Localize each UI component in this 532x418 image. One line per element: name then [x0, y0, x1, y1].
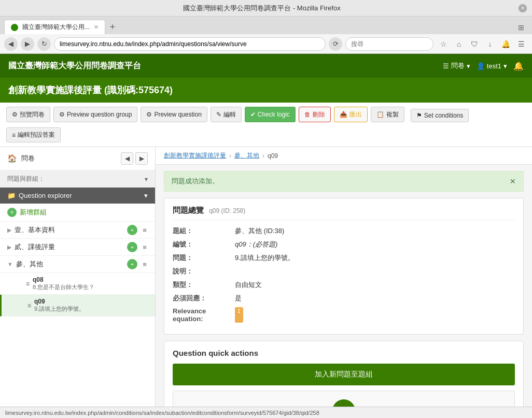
preview-survey-button[interactable]: ⚙ 預覽問卷: [6, 107, 50, 122]
breadcrumb-survey[interactable]: 創新教學實施課後評量: [164, 151, 226, 160]
q09-list-icon: ≡: [27, 302, 31, 309]
flag-icon: ⚑: [416, 112, 422, 119]
edit-defaults-button[interactable]: ≡ 編輯預設答案: [6, 127, 61, 142]
new-tab-button[interactable]: +: [105, 20, 120, 34]
question-overview: 問題總覽 q09 (ID: 258) 題組： 參、其他 (ID:38) 編號： …: [164, 198, 524, 335]
group-row-1[interactable]: ▶ 壹、基本資料 + ≡: [0, 222, 155, 239]
breadcrumb-group[interactable]: 參、其他: [234, 151, 259, 160]
window-menu-icon[interactable]: ⊞: [514, 21, 528, 34]
tab-favicon: [11, 24, 18, 31]
group1-list-icon[interactable]: ≡: [139, 225, 150, 235]
add-question-to-g2[interactable]: +: [127, 242, 137, 252]
overview-required-row: 必須回應： 是: [173, 294, 515, 303]
survey-title-bar: 創新教學實施課後評量 (識別碼:575674): [0, 78, 532, 103]
group-collapse-icon: ▶: [7, 227, 11, 234]
tab-close-icon[interactable]: ✕: [94, 24, 99, 31]
home-icon[interactable]: ⌂: [452, 37, 466, 51]
add-question-to-g3[interactable]: +: [127, 259, 137, 269]
next-arrow[interactable]: ▶: [135, 152, 148, 165]
delete-button[interactable]: 🗑 刪除: [299, 107, 331, 122]
notifications-icon[interactable]: 🔔: [499, 37, 512, 51]
address-bar: ◀ ▶ ↻ ⟳ ☆ ⌂ 🛡 ↓ 🔔 ☰: [0, 34, 532, 54]
browser-titlebar: 國立臺灣師範大學公用問卷調查平台 - Mozilla Firefox ✕: [0, 0, 532, 17]
refresh-button[interactable]: ↻: [37, 37, 51, 51]
export-button[interactable]: 📤 匯出: [334, 107, 368, 122]
export-icon: 📤: [340, 111, 347, 118]
list-icon: ≡: [12, 132, 16, 139]
trash-icon: 🗑: [304, 111, 311, 118]
gear-icon3: ⚙: [146, 111, 152, 118]
add-question-button[interactable]: 加入新問題至題組: [173, 364, 515, 385]
reload-button[interactable]: ⟳: [329, 37, 342, 51]
overview-code-row: 編號： q09：(必答題): [173, 240, 515, 249]
pencil-icon: ✎: [216, 111, 221, 118]
download-icon[interactable]: ↓: [483, 37, 497, 51]
success-alert: 問題成功添加。 ✕: [164, 171, 524, 192]
questions-groups-section: 問題與群組： ▾: [0, 170, 155, 188]
home-nav-icon: 🏠: [7, 154, 17, 163]
quick-actions-title: Question quick actions: [173, 349, 515, 357]
group-row-3[interactable]: ▼ 參、其他 + ≡: [0, 256, 155, 273]
q08-list-icon: ≡: [26, 280, 30, 287]
preview-group-button[interactable]: ⚙ Preview question group: [53, 107, 137, 122]
copy-icon: 📋: [376, 111, 384, 118]
breadcrumb-sep1: ›: [229, 152, 231, 160]
overview-group-row: 題組： 參、其他 (ID:38): [173, 226, 515, 236]
breadcrumb-sep2: ›: [262, 152, 264, 160]
user-menu[interactable]: 👤 test1 ▾: [477, 62, 507, 70]
browser-title: 國立臺灣師範大學公用問卷調查平台 - Mozilla Firefox: [5, 4, 519, 13]
check-icon: ✔: [250, 111, 256, 118]
check-logic-button[interactable]: ✔ Check logic: [245, 107, 296, 122]
shield-icon[interactable]: 🛡: [468, 37, 481, 51]
search-input[interactable]: [345, 37, 433, 51]
sidebar: 🏠 問卷 ◀ ▶ 問題與群組： ▾ 📁 Question explorer ▾ …: [0, 147, 156, 418]
sidebar-home[interactable]: 🏠 問卷 ◀ ▶: [0, 147, 155, 170]
breadcrumb: 創新教學實施課後評量 › 參、其他 › q09: [156, 147, 532, 165]
forward-button[interactable]: ▶: [21, 37, 34, 51]
explorer-caret: ▾: [144, 192, 148, 199]
question-explorer[interactable]: 📁 Question explorer ▾: [0, 188, 155, 204]
notification-bell[interactable]: 🔔: [513, 61, 524, 71]
header-right: ☰ 問卷 ▾ 👤 test1 ▾ 🔔: [443, 61, 524, 71]
close-button[interactable]: ✕: [519, 4, 527, 12]
add-group-row[interactable]: + 新增群組: [0, 204, 155, 222]
bookmark-icon[interactable]: ☆: [437, 37, 450, 51]
edit-button[interactable]: ✎ 編輯: [211, 107, 242, 122]
gear-icon: ⚙: [12, 111, 18, 118]
copy-button[interactable]: 📋 複製: [371, 107, 404, 122]
question-row-q09[interactable]: ≡ q09 9.請填上您的學號。: [0, 295, 155, 316]
status-bar: limesurvey.iro.ntnu.edu.tw/index.php/adm…: [0, 407, 532, 418]
active-tab[interactable]: 國立臺灣師範大學公用... ✕: [4, 20, 105, 34]
overview-title: 問題總覽 q09 (ID: 258): [173, 206, 515, 220]
group2-list-icon[interactable]: ≡: [139, 242, 150, 252]
content-inner: 問題成功添加。 ✕ 問題總覽 q09 (ID: 258) 題組： 參、其他 (I…: [156, 165, 532, 418]
add-question-to-g1[interactable]: +: [127, 225, 137, 235]
overview-description-row: 說明：: [173, 267, 515, 276]
header-menu[interactable]: ☰ 問卷 ▾: [443, 61, 470, 70]
collapse-icon[interactable]: ▾: [145, 176, 148, 183]
action-toolbar: ⚙ 預覽問卷 ⚙ Preview question group ⚙ Previe…: [0, 103, 532, 147]
prev-arrow[interactable]: ◀: [121, 152, 133, 165]
back-button[interactable]: ◀: [4, 37, 18, 51]
menu-icon[interactable]: ☰: [514, 37, 528, 51]
set-conditions-button[interactable]: ⚑ Set conditions: [411, 109, 469, 122]
app-header: 國立臺灣師範大學公用問卷調查平台 ☰ 問卷 ▾ 👤 test1 ▾ 🔔: [0, 54, 532, 78]
overview-question-row: 問題： 9.請填上您的學號。: [173, 253, 515, 263]
preview-question-button[interactable]: ⚙ Preview question: [141, 107, 207, 122]
tabs-bar: 國立臺灣師範大學公用... ✕ + ⊞: [0, 17, 532, 34]
brand-title: 國立臺灣師範大學公用問卷調查平台: [8, 61, 141, 71]
content-panel: 創新教學實施課後評量 › 參、其他 › q09 問題成功添加。 ✕ 問題總覽 q…: [156, 147, 532, 418]
address-input[interactable]: [54, 37, 326, 51]
group3-list-icon[interactable]: ≡: [139, 259, 150, 269]
folder-icon: 📁: [7, 192, 16, 199]
breadcrumb-question: q09: [268, 152, 278, 160]
group2-collapse-icon: ▶: [7, 244, 11, 251]
main-content: 🏠 問卷 ◀ ▶ 問題與群組： ▾ 📁 Question explorer ▾ …: [0, 147, 532, 418]
gear-icon2: ⚙: [59, 111, 65, 118]
group3-collapse-icon: ▼: [7, 261, 13, 267]
group-row-2[interactable]: ▶ 貳、課後評量 + ≡: [0, 239, 155, 256]
question-row-q08[interactable]: ≡ q08 8.您是不是台師大學生？: [0, 273, 155, 295]
overview-relevance-row: Relevance equation: 1: [173, 307, 515, 323]
tab-label: 國立臺灣師範大學公用...: [22, 23, 90, 32]
alert-close-button[interactable]: ✕: [510, 177, 516, 185]
